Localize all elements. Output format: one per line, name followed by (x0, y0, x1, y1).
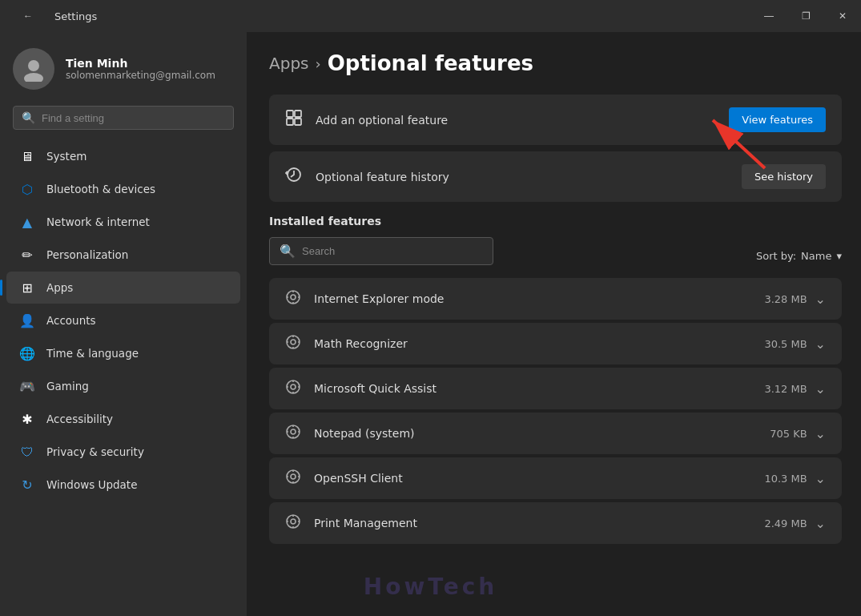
feature-name: Math Recognizer (314, 337, 408, 350)
user-profile[interactable]: Tien Minh solomenmarketing@gmail.com (0, 32, 247, 103)
sidebar-item-personalization[interactable]: ✏️ Personalization (6, 239, 240, 271)
avatar (13, 48, 54, 90)
sidebar-label-time: Time & language (46, 347, 139, 360)
sidebar-item-privacy[interactable]: 🛡 Privacy & security (6, 436, 240, 468)
sidebar-search[interactable]: 🔍 (13, 106, 234, 130)
svg-point-13 (287, 336, 300, 348)
svg-point-14 (291, 340, 296, 344)
table-row[interactable]: Microsoft Quick Assist 3.12 MB ⌄ (269, 368, 842, 409)
close-button[interactable]: ✕ (824, 0, 861, 32)
feature-icon (285, 424, 301, 443)
back-button[interactable]: ← (10, 0, 46, 32)
table-row[interactable]: Internet Explorer mode 3.28 MB ⌄ (269, 278, 842, 320)
expand-icon[interactable]: ⌄ (815, 381, 826, 397)
sidebar-item-time[interactable]: 🌐 Time & language (6, 337, 240, 369)
feature-size: 30.5 MB (764, 338, 807, 350)
sidebar-label-personalization: Personalization (46, 248, 128, 261)
sidebar-item-update[interactable]: ↻ Windows Update (6, 469, 240, 501)
sidebar-item-network[interactable]: ▲ Network & internet (6, 206, 240, 238)
sidebar-item-apps[interactable]: ⊞ Apps (6, 272, 240, 304)
svg-point-37 (287, 515, 300, 528)
breadcrumb-separator: › (316, 55, 321, 72)
apps-icon: ⊞ (19, 280, 35, 296)
expand-icon[interactable]: ⌄ (815, 471, 826, 486)
system-icon: 🖥 (19, 148, 35, 164)
sidebar-item-bluetooth[interactable]: ⬡ Bluetooth & devices (6, 173, 240, 205)
feature-item-left: Microsoft Quick Assist (285, 379, 437, 398)
features-search-input[interactable] (302, 245, 483, 257)
minimize-button[interactable]: — (750, 0, 787, 32)
feature-size-expand: 10.3 MB ⌄ (764, 471, 826, 486)
expand-icon[interactable]: ⌄ (815, 292, 826, 307)
app-title: Settings (54, 10, 97, 22)
user-email: solomenmarketing@gmail.com (66, 70, 215, 81)
svg-point-1 (24, 73, 43, 82)
svg-point-19 (287, 380, 300, 393)
feature-size: 705 KB (770, 428, 807, 440)
feature-icon (285, 379, 301, 398)
feature-name: OpenSSH Client (314, 472, 403, 485)
feature-name: Print Management (314, 517, 417, 529)
svg-point-7 (287, 291, 300, 304)
features-search-bar[interactable]: 🔍 (269, 237, 493, 265)
feature-icon (285, 289, 301, 308)
feature-history-card: Optional feature history See history (269, 151, 842, 202)
expand-icon[interactable]: ⌄ (815, 516, 826, 531)
sort-control[interactable]: Sort by: Name ▾ (756, 250, 842, 262)
sidebar-item-system[interactable]: 🖥 System (6, 140, 240, 172)
sort-chevron-icon: ▾ (836, 250, 842, 262)
feature-item-left: Internet Explorer mode (285, 289, 444, 308)
breadcrumb-current: Optional features (328, 51, 533, 75)
titlebar-left: ← Settings (10, 0, 97, 32)
expand-icon[interactable]: ⌄ (815, 336, 826, 352)
sidebar-label-apps: Apps (46, 281, 73, 294)
search-sort-row: 🔍 Sort by: Name ▾ (269, 237, 842, 275)
sort-value: Name (801, 250, 831, 262)
feature-size-expand: 3.28 MB ⌄ (764, 292, 826, 307)
table-row[interactable]: Notepad (system) 705 KB ⌄ (269, 413, 842, 454)
feature-name: Notepad (system) (314, 427, 414, 440)
update-icon: ↻ (19, 477, 35, 493)
svg-point-26 (291, 429, 296, 434)
feature-item-left: Print Management (285, 513, 417, 533)
breadcrumb-parent[interactable]: Apps (269, 54, 309, 73)
sidebar-item-gaming[interactable]: 🎮 Gaming (6, 370, 240, 402)
svg-point-38 (291, 519, 296, 524)
bluetooth-icon: ⬡ (19, 181, 35, 197)
svg-point-0 (28, 60, 39, 71)
gaming-icon: 🎮 (19, 378, 35, 394)
feature-history-label: Optional feature history (316, 171, 449, 183)
app-layout: Tien Minh solomenmarketing@gmail.com 🔍 🖥… (0, 32, 861, 616)
svg-rect-4 (287, 119, 293, 125)
feature-size-expand: 2.49 MB ⌄ (764, 516, 826, 531)
svg-point-8 (291, 295, 296, 300)
feature-icon (285, 469, 301, 488)
table-row[interactable]: OpenSSH Client 10.3 MB ⌄ (269, 457, 842, 499)
feature-list: Internet Explorer mode 3.28 MB ⌄ (269, 278, 842, 544)
feature-icon (285, 334, 301, 353)
add-feature-label: Add an optional feature (316, 114, 448, 127)
table-row[interactable]: Math Recognizer 30.5 MB ⌄ (269, 323, 842, 364)
sidebar-item-accounts[interactable]: 👤 Accounts (6, 304, 240, 336)
content-area: Apps › Optional features Add an optional… (247, 32, 861, 616)
view-features-button[interactable]: View features (729, 107, 826, 132)
feature-icon (285, 513, 301, 533)
sidebar-label-gaming: Gaming (46, 380, 89, 393)
feature-size-expand: 705 KB ⌄ (770, 426, 826, 441)
feature-size: 3.12 MB (764, 383, 807, 395)
find-setting-input[interactable] (42, 112, 225, 124)
feature-size-expand: 30.5 MB ⌄ (764, 336, 826, 352)
sidebar-label-accounts: Accounts (46, 314, 96, 327)
privacy-icon: 🛡 (19, 444, 35, 460)
feature-name: Microsoft Quick Assist (314, 382, 437, 395)
titlebar: ← Settings — ❐ ✕ (0, 0, 861, 32)
feature-size: 10.3 MB (764, 473, 807, 485)
svg-rect-5 (295, 119, 301, 125)
sidebar-item-accessibility[interactable]: ✱ Accessibility (6, 403, 240, 435)
history-icon (285, 166, 303, 187)
see-history-button[interactable]: See history (742, 164, 826, 189)
expand-icon[interactable]: ⌄ (815, 426, 826, 441)
maximize-button[interactable]: ❐ (787, 0, 824, 32)
accessibility-icon: ✱ (19, 411, 35, 427)
table-row[interactable]: Print Management 2.49 MB ⌄ (269, 502, 842, 544)
